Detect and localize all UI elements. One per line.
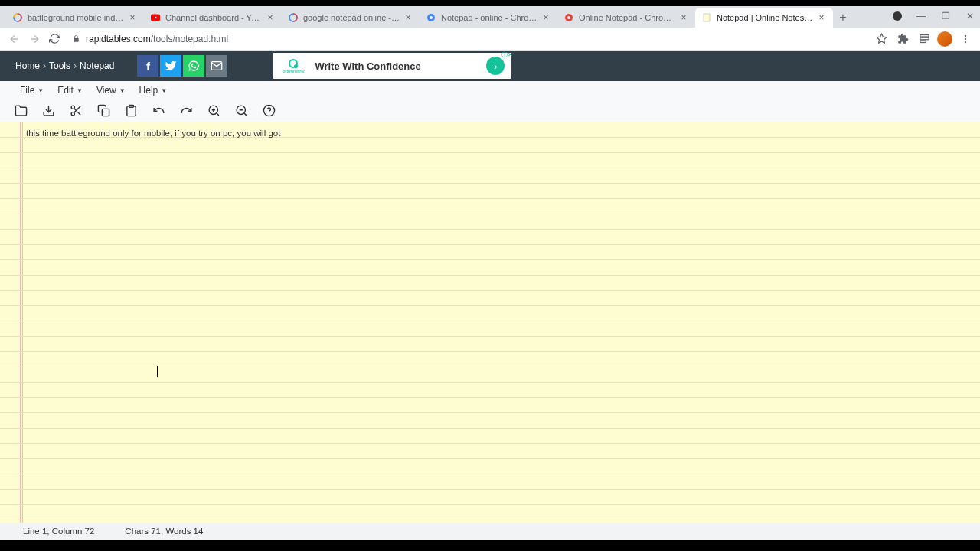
tab-2[interactable]: google notepad online - Google × <box>282 8 420 28</box>
breadcrumb-sep: › <box>74 60 77 71</box>
svg-point-6 <box>567 16 570 19</box>
undo-icon[interactable] <box>152 104 165 118</box>
tab-0[interactable]: battleground mobile india emula × <box>6 8 144 28</box>
url-input[interactable]: rapidtables.com/tools/notepad.html <box>66 30 868 48</box>
close-icon[interactable]: × <box>265 12 276 23</box>
ad-banner[interactable]: grammarly Write With Confidence › ⓘ✕ <box>273 53 511 79</box>
whatsapp-icon[interactable] <box>183 55 204 77</box>
breadcrumb-sep: › <box>43 60 46 71</box>
extensions-icon[interactable] <box>894 31 911 47</box>
ad-info-icon[interactable]: ⓘ✕ <box>501 51 513 59</box>
paste-icon[interactable] <box>124 104 138 118</box>
chevron-down-icon: ▼ <box>161 87 167 94</box>
menu-icon[interactable] <box>957 31 974 47</box>
tab-title: Online Notepad - Chrome Web S <box>579 13 675 22</box>
menu-file[interactable]: File▼ <box>14 83 50 97</box>
site-header: Home › Tools › Notepad f grammarly Write… <box>0 51 980 81</box>
svg-rect-10 <box>920 35 928 37</box>
email-icon[interactable] <box>206 55 227 77</box>
record-icon[interactable] <box>893 11 902 21</box>
svg-point-18 <box>71 112 74 116</box>
lock-icon <box>72 34 81 44</box>
menu-view[interactable]: View▼ <box>90 83 132 97</box>
svg-point-17 <box>71 106 74 109</box>
close-icon[interactable]: × <box>541 12 551 23</box>
svg-point-14 <box>965 37 966 39</box>
zoom-out-icon[interactable] <box>234 104 248 118</box>
google-icon <box>12 12 23 23</box>
grammarly-icon: grammarly <box>279 58 307 73</box>
reload-button[interactable] <box>46 31 63 47</box>
editor-container: this time battleground only for mobile, … <box>0 122 980 523</box>
zoom-in-icon[interactable] <box>207 104 220 118</box>
google-icon <box>288 12 299 23</box>
tab-title: Notepad | Online Notes free, no <box>717 13 813 22</box>
breadcrumb: Home › Tools › Notepad <box>15 60 114 71</box>
star-icon[interactable] <box>873 31 890 47</box>
tab-4[interactable]: Online Notepad - Chrome Web S × <box>557 8 695 28</box>
chrome-store-icon <box>564 12 574 23</box>
tab-strip: battleground mobile india emula × Channe… <box>0 6 980 28</box>
svg-rect-12 <box>920 41 926 43</box>
close-icon[interactable]: × <box>678 12 689 23</box>
cut-icon[interactable] <box>69 104 83 118</box>
svg-rect-19 <box>102 109 109 116</box>
note-content: this time battleground only for mobile, … <box>26 129 280 138</box>
tab-title: Notepad - online - Chrome Web <box>441 13 537 22</box>
minimize-icon[interactable]: — <box>916 11 926 21</box>
tab-title: google notepad online - Google <box>303 13 400 22</box>
svg-point-4 <box>430 16 433 19</box>
svg-rect-7 <box>704 14 710 21</box>
close-icon[interactable]: × <box>403 12 413 23</box>
window-controls: — ❐ ✕ <box>893 6 975 26</box>
notepad-textarea[interactable]: this time battleground only for mobile, … <box>0 122 980 523</box>
address-bar: rapidtables.com/tools/notepad.html <box>0 28 980 51</box>
download-icon[interactable] <box>41 104 55 118</box>
svg-rect-8 <box>74 38 78 42</box>
text-cursor <box>157 366 158 377</box>
svg-point-13 <box>965 34 966 36</box>
tab-title: Channel dashboard - YouTube St <box>165 13 262 22</box>
toolbar <box>0 99 980 122</box>
menu-edit[interactable]: Edit▼ <box>51 83 89 97</box>
browser-window: battleground mobile india emula × Channe… <box>0 6 980 540</box>
status-bar: Line 1, Column 72 Chars 71, Words 14 <box>0 523 980 540</box>
redo-icon[interactable] <box>179 104 193 118</box>
tab-1[interactable]: Channel dashboard - YouTube St × <box>144 8 282 28</box>
ad-arrow-icon: › <box>486 57 505 75</box>
folder-icon[interactable] <box>14 104 28 118</box>
menu-help[interactable]: Help▼ <box>133 83 174 97</box>
profile-avatar[interactable] <box>937 31 952 47</box>
facebook-icon[interactable]: f <box>137 55 158 77</box>
chevron-down-icon: ▼ <box>38 87 44 94</box>
tab-3[interactable]: Notepad - online - Chrome Web × <box>420 8 557 28</box>
copy-icon[interactable] <box>96 104 110 118</box>
ad-text: Write With Confidence <box>315 60 420 72</box>
tab-title: battleground mobile india emula <box>28 13 124 22</box>
help-icon[interactable] <box>262 104 276 118</box>
twitter-icon[interactable] <box>160 55 181 77</box>
svg-rect-20 <box>129 105 133 107</box>
notepad-icon <box>701 12 712 23</box>
svg-point-15 <box>965 41 966 42</box>
url-path: /tools/notepad.html <box>151 34 228 44</box>
breadcrumb-tools[interactable]: Tools <box>49 60 70 71</box>
close-icon[interactable]: × <box>816 12 827 23</box>
close-window-icon[interactable]: ✕ <box>965 11 975 21</box>
youtube-icon <box>150 12 161 23</box>
maximize-icon[interactable]: ❐ <box>940 11 951 21</box>
chevron-down-icon: ▼ <box>119 87 126 94</box>
new-tab-button[interactable]: + <box>833 8 853 28</box>
breadcrumb-home[interactable]: Home <box>15 60 40 71</box>
social-share: f <box>137 55 227 77</box>
menu-bar: File▼ Edit▼ View▼ Help▼ <box>0 81 980 99</box>
url-host: rapidtables.com <box>86 34 151 44</box>
reading-list-icon[interactable] <box>916 31 933 47</box>
forward-button[interactable] <box>26 31 43 47</box>
close-icon[interactable]: × <box>127 12 138 23</box>
tab-5[interactable]: Notepad | Online Notes free, no × <box>695 8 833 28</box>
status-line-col: Line 1, Column 72 <box>23 527 94 536</box>
chrome-store-icon <box>426 12 436 23</box>
breadcrumb-notepad[interactable]: Notepad <box>80 60 114 71</box>
back-button[interactable] <box>6 31 23 47</box>
